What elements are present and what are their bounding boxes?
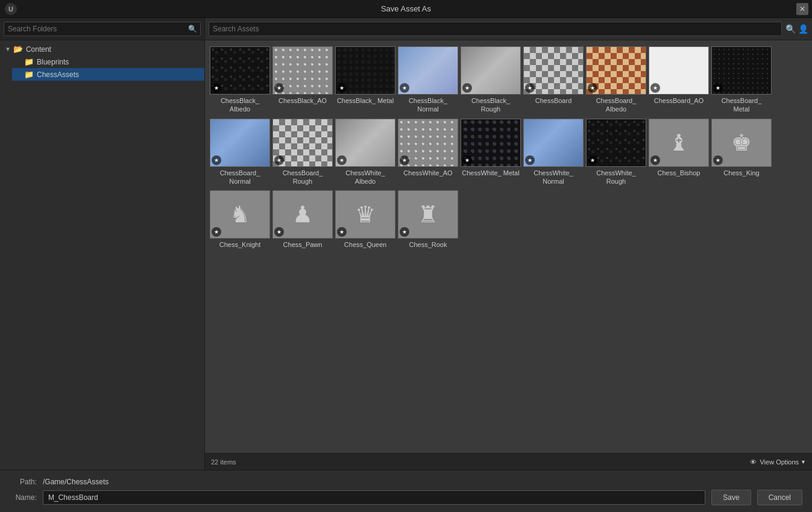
asset-item-10[interactable]: ★ChessBoard_ Normal xyxy=(210,117,270,187)
asset-thumb-4: ★ xyxy=(398,46,458,95)
asset-thumb-16: ★ xyxy=(586,119,646,167)
asset-item-21[interactable]: ♛★Chess_Queen xyxy=(335,189,395,250)
save-button[interactable]: Save xyxy=(711,490,751,505)
asset-label-15: ChessWhite_ Normal xyxy=(524,169,582,186)
assets-search-bar: 🔍 👤 xyxy=(205,18,812,40)
asset-star-22[interactable]: ★ xyxy=(400,227,409,237)
asset-star-8[interactable]: ★ xyxy=(650,83,660,93)
asset-name-input[interactable] xyxy=(43,490,705,505)
asset-label-5: ChessBlack_ Rough xyxy=(462,96,520,114)
asset-star-12[interactable]: ★ xyxy=(337,155,347,165)
asset-star-20[interactable]: ★ xyxy=(274,227,284,237)
main-area: 🔍 ▼ 📂 Content ▶ 📁 Blueprints ▶ 📁 ChessAs… xyxy=(0,18,812,470)
asset-star-15[interactable]: ★ xyxy=(525,155,535,165)
name-row: Name: Save Cancel xyxy=(10,490,802,505)
asset-star-7[interactable]: ★ xyxy=(588,83,597,93)
asset-thumb-21: ♛★ xyxy=(335,190,395,239)
asset-star-21[interactable]: ★ xyxy=(337,227,347,237)
view-options-button[interactable]: 👁 View Options ▼ xyxy=(750,458,806,466)
asset-item-11[interactable]: ★ChessBoard_ Rough xyxy=(272,117,333,187)
asset-item-4[interactable]: ★ChessBlack_ Normal xyxy=(398,45,458,115)
bottom-bar: Path: /Game/ChessAssets Name: Save Cance… xyxy=(0,470,812,512)
asset-item-3[interactable]: ★ChessBlack_ Metal xyxy=(335,45,395,115)
asset-star-9[interactable]: ★ xyxy=(713,83,723,93)
asset-star-4[interactable]: ★ xyxy=(400,83,409,93)
asset-thumb-14: ★ xyxy=(461,119,521,167)
status-bar: 22 items 👁 View Options ▼ xyxy=(205,453,812,470)
asset-thumb-9: ★ xyxy=(711,46,772,95)
tree-item-blueprints[interactable]: ▶ 📁 Blueprints xyxy=(12,55,204,68)
asset-label-6: ChessBoard xyxy=(535,96,572,105)
asset-item-22[interactable]: ♜★Chess_Rook xyxy=(398,189,458,250)
asset-star-5[interactable]: ★ xyxy=(462,83,472,93)
asset-item-7[interactable]: ★ChessBoard_ Albedo xyxy=(586,45,646,115)
blueprints-folder-icon: 📁 xyxy=(24,57,34,66)
asset-thumb-18: ♚★ xyxy=(711,119,772,167)
asset-item-19[interactable]: ♞★Chess_Knight xyxy=(210,189,270,250)
tree-item-chessassets[interactable]: ▶ 📁 ChessAssets xyxy=(12,68,204,81)
name-label: Name: xyxy=(10,493,37,502)
asset-search-icon[interactable]: 🔍 xyxy=(785,24,796,34)
asset-user-icon[interactable]: 👤 xyxy=(798,24,808,34)
asset-thumb-3: ★ xyxy=(335,46,395,95)
asset-star-14[interactable]: ★ xyxy=(462,155,472,165)
asset-label-1: ChessBlack_ Albedo xyxy=(211,96,269,114)
asset-item-16[interactable]: ★ChessWhite_ Rough xyxy=(586,117,646,187)
tree-label-blueprints: Blueprints xyxy=(37,58,69,66)
asset-label-16: ChessWhite_ Rough xyxy=(587,169,645,186)
asset-thumb-1: ★ xyxy=(210,46,270,95)
asset-star-17[interactable]: ★ xyxy=(650,155,660,165)
asset-item-5[interactable]: ★ChessBlack_ Rough xyxy=(461,45,521,115)
folder-search-input[interactable] xyxy=(4,22,201,36)
asset-thumb-7: ★ xyxy=(586,46,646,95)
asset-item-1[interactable]: ★ChessBlack_ Albedo xyxy=(210,45,270,115)
path-row: Path: /Game/ChessAssets xyxy=(10,478,802,486)
asset-thumb-22: ♜★ xyxy=(398,190,458,239)
content-area: 🔍 👤 ★ChessBlack_ Albedo★ChessBlack_AO★Ch… xyxy=(205,18,812,470)
asset-label-3: ChessBlack_ Metal xyxy=(337,96,394,105)
asset-star-10[interactable]: ★ xyxy=(212,155,221,165)
asset-item-14[interactable]: ★ChessWhite_ Metal xyxy=(461,117,521,187)
asset-star-2[interactable]: ★ xyxy=(274,83,284,93)
close-button[interactable]: ✕ xyxy=(796,3,808,15)
cancel-button[interactable]: Cancel xyxy=(757,490,802,505)
asset-item-13[interactable]: ★ChessWhite_AO xyxy=(398,117,458,187)
asset-star-1[interactable]: ★ xyxy=(212,83,221,93)
asset-search-input[interactable] xyxy=(209,22,782,36)
tree-arrow-content: ▼ xyxy=(5,46,11,52)
asset-item-6[interactable]: ★ChessBoard xyxy=(523,45,584,115)
asset-thumb-15: ★ xyxy=(523,119,584,167)
asset-star-18[interactable]: ★ xyxy=(713,155,723,165)
asset-item-18[interactable]: ♚★Chess_King xyxy=(711,117,772,187)
asset-item-17[interactable]: ♝★Chess_Bishop xyxy=(649,117,709,187)
asset-item-9[interactable]: ★ChessBoard_ Metal xyxy=(711,45,772,115)
asset-label-2: ChessBlack_AO xyxy=(279,96,327,105)
asset-item-12[interactable]: ★ChessWhite_ Albedo xyxy=(335,117,395,187)
asset-star-6[interactable]: ★ xyxy=(525,83,535,93)
asset-star-13[interactable]: ★ xyxy=(400,155,409,165)
asset-item-8[interactable]: ★ChessBoard_AO xyxy=(649,45,709,115)
asset-label-21: Chess_Queen xyxy=(344,240,386,249)
asset-item-15[interactable]: ★ChessWhite_ Normal xyxy=(523,117,584,187)
asset-label-7: ChessBoard_ Albedo xyxy=(587,96,645,114)
asset-star-11[interactable]: ★ xyxy=(274,155,284,165)
tree-label-content: Content xyxy=(26,45,51,54)
asset-star-16[interactable]: ★ xyxy=(588,155,597,165)
asset-label-14: ChessWhite_ Metal xyxy=(462,169,519,177)
asset-star-19[interactable]: ★ xyxy=(212,227,221,237)
asset-label-12: ChessWhite_ Albedo xyxy=(336,169,394,186)
asset-label-20: Chess_Pawn xyxy=(283,240,323,249)
asset-star-3[interactable]: ★ xyxy=(337,83,347,93)
asset-thumb-2: ★ xyxy=(272,46,333,95)
asset-thumb-13: ★ xyxy=(398,119,458,167)
tree-label-chessassets: ChessAssets xyxy=(37,70,79,79)
tree-item-content[interactable]: ▼ 📂 Content xyxy=(0,43,204,55)
path-value: /Game/ChessAssets xyxy=(43,478,109,486)
asset-thumb-19: ♞★ xyxy=(210,190,270,239)
asset-thumb-11: ★ xyxy=(272,119,333,167)
asset-label-11: ChessBoard_ Rough xyxy=(274,169,332,186)
asset-item-20[interactable]: ♟★Chess_Pawn xyxy=(272,189,333,250)
asset-label-10: ChessBoard_ Normal xyxy=(211,169,269,186)
asset-item-2[interactable]: ★ChessBlack_AO xyxy=(272,45,333,115)
content-folder-icon: 📂 xyxy=(13,45,23,54)
